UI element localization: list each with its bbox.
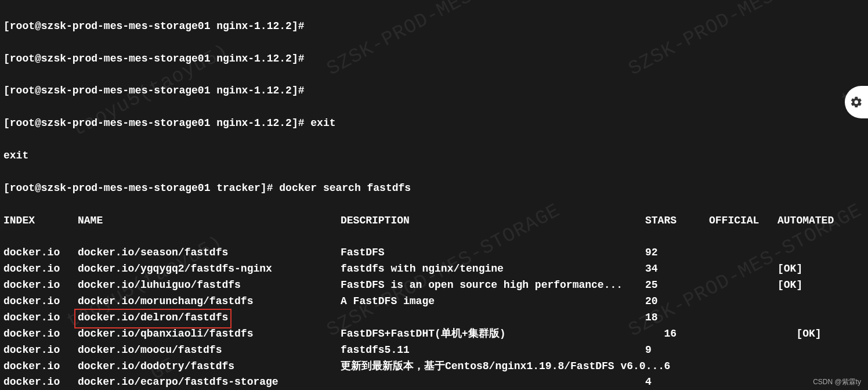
index-cell: docker.io [3,277,78,294]
table-header-row: INDEXNAMEDESCRIPTIONSTARSOFFICIALAUTOMAT… [3,213,865,229]
table-row: docker.iodocker.io/delron/fastdfs18 [3,310,865,326]
description-cell: FastDFS+FastDHT(单机+集群版) [341,326,645,342]
description-cell: fastdfs5.11 [341,342,645,359]
gear-icon [850,96,863,109]
index-cell: docker.io [3,374,78,390]
automated-cell: [OK] [777,326,822,342]
image-name: docker.io/ygqygq2/fastdfs-nginx [78,261,341,277]
table-row: docker.iodocker.io/season/fastdfsFastDFS… [3,245,865,261]
header-automated: AUTOMATED [777,213,834,229]
description-cell: fastdfs with nginx/tengine [341,261,645,277]
image-name: docker.io/morunchang/fastdfs [78,294,341,310]
index-cell: docker.io [3,245,78,261]
index-cell: docker.io [3,294,78,310]
table-row: docker.iodocker.io/qbanxiaoli/fastdfsFas… [3,326,865,342]
stars-cell: 18 [645,310,709,326]
table-row: docker.iodocker.io/luhuiguo/fastdfsFastD… [3,277,865,294]
csdn-watermark: CSDN @紫霖ty [813,377,861,388]
image-name: docker.io/luhuiguo/fastdfs [78,277,341,294]
image-name: docker.io/moocu/fastdfs [78,342,341,359]
terminal-output[interactable]: [root@szsk-prod-mes-mes-storage01 nginx-… [0,0,868,390]
prompt-line: [root@szsk-prod-mes-mes-storage01 nginx-… [3,51,865,67]
header-description: DESCRIPTION [341,213,645,229]
header-stars: STARS [645,213,709,229]
exit-output: exit [3,148,865,164]
stars-cell: 6 [645,359,709,375]
description-cell: FastDFS [341,245,645,261]
automated-cell: [OK] [777,277,802,294]
stars-cell: 20 [645,294,709,310]
table-row: docker.iodocker.io/dodotry/fastdfs更新到最新版… [3,359,865,375]
header-name: NAME [78,213,341,229]
description-cell: FastDFS is an open source high performan… [341,277,645,294]
header-index: INDEX [3,213,78,229]
prompt-line: [root@szsk-prod-mes-mes-storage01 nginx-… [3,19,865,35]
stars-cell: 9 [645,342,709,359]
prompt-line: [root@szsk-prod-mes-mes-storage01 nginx-… [3,83,865,99]
stars-cell: 92 [645,245,709,261]
header-official: OFFICIAL [709,213,777,229]
table-row: docker.iodocker.io/moocu/fastdfsfastdfs5… [3,342,865,359]
stars-cell: 16 [645,326,709,342]
image-name: docker.io/season/fastdfs [78,245,341,261]
table-row: docker.iodocker.io/ecarpo/fastdfs-storag… [3,374,865,390]
image-name: docker.io/qbanxiaoli/fastdfs [78,326,341,342]
stars-cell: 34 [645,261,709,277]
index-cell: docker.io [3,326,78,342]
index-cell: docker.io [3,359,78,375]
description-cell: A FastDFS image [341,294,645,310]
index-cell: docker.io [3,342,78,359]
highlighted-image-name: docker.io/delron/fastdfs [74,309,232,328]
index-cell: docker.io [3,310,78,326]
table-row: docker.iodocker.io/ygqygq2/fastdfs-nginx… [3,261,865,277]
stars-cell: 25 [645,277,709,294]
image-name: docker.io/dodotry/fastdfs [78,359,341,375]
index-cell: docker.io [3,261,78,277]
automated-cell: [OK] [777,261,802,277]
prompt-line: [root@szsk-prod-mes-mes-storage01 nginx-… [3,115,865,132]
docker-search-command: [root@szsk-prod-mes-mes-storage01 tracke… [3,180,865,197]
stars-cell: 4 [645,374,709,390]
image-name: docker.io/ecarpo/fastdfs-storage [78,374,341,390]
table-row: docker.iodocker.io/morunchang/fastdfsA F… [3,294,865,310]
description-cell: 更新到最新版本，基于Centos8/nginx1.19.8/FastDFS v6… [341,359,645,375]
